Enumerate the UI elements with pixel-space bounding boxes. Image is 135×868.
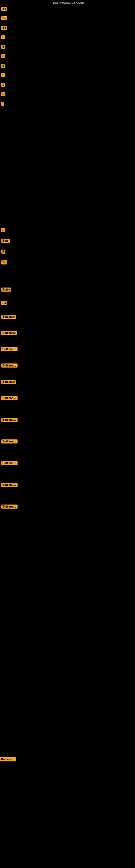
badge-b27: Bottleneck resu [1, 483, 17, 487]
badge-b16: Bottle [1, 287, 11, 291]
badge-b24: Bottleneck resu [1, 418, 17, 422]
badge-b28: Bottleneck resu [1, 504, 17, 508]
badge-b22: Bottlenec [1, 380, 16, 384]
badge-b17: B4 [1, 301, 7, 305]
badge-b9: E [1, 83, 5, 87]
badge-b19: Bottleneck [1, 331, 17, 335]
badge-b7: B [1, 64, 5, 68]
badge-b1: Bo [1, 7, 7, 11]
badge-b21: Bottleneck r [1, 364, 17, 368]
badge-b26: Bottleneck resu [1, 461, 17, 465]
badge-b23: Bottleneck re [1, 396, 17, 400]
badge-b18: Bottlenec [1, 315, 16, 319]
badge-b11: | [1, 102, 4, 106]
badge-b12: E [1, 228, 5, 232]
badge-b10: E [1, 92, 5, 96]
badge-b6: E [1, 54, 5, 58]
badge-b5: B [1, 45, 5, 49]
badge-b20: Bottleneck re [1, 347, 17, 351]
badge-b2: Bo [1, 16, 7, 20]
badge-b3: B4 [1, 26, 7, 30]
badge-b14: E [1, 250, 5, 254]
badge-b29: Bottleneck res [0, 757, 16, 762]
site-title: TheBottlenecker.com [51, 1, 84, 5]
badge-b25: Bottleneck resu [1, 439, 17, 443]
badge-b8: B [1, 73, 5, 77]
badge-b15: Bo [1, 260, 7, 265]
badge-b13: Bottl [1, 239, 10, 243]
badge-b4: B [1, 35, 5, 39]
